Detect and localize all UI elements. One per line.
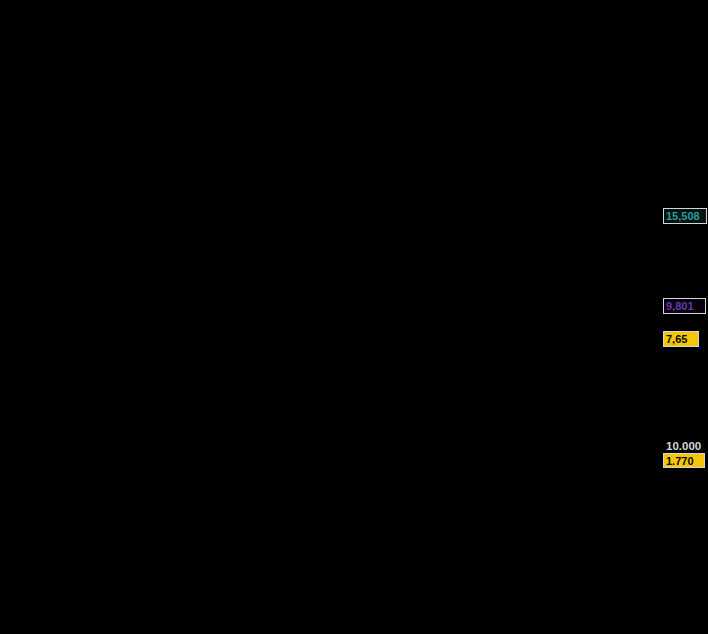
last-volume-label: 1.770 <box>663 453 705 468</box>
long-ma-value-label: 15,508 <box>663 208 707 224</box>
trading-chart-window: 15,508 9,801 7,65 10.000 1.770 <box>0 0 708 634</box>
mid-ma-value-label: 9,801 <box>663 298 706 314</box>
chart-canvas[interactable] <box>0 0 708 634</box>
last-price-label: 7,65 <box>663 331 699 347</box>
volume-axis-label: 10.000 <box>666 440 701 452</box>
